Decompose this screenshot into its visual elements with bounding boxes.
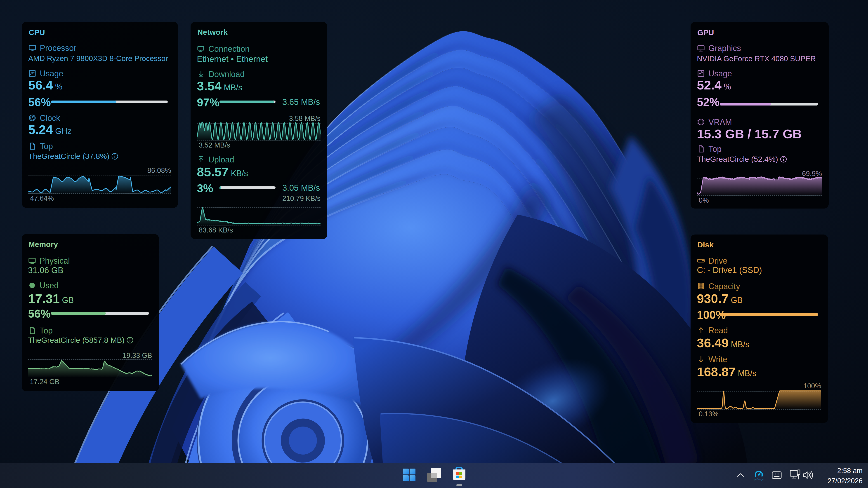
svg-text:pcGauge: pcGauge (754, 478, 764, 481)
